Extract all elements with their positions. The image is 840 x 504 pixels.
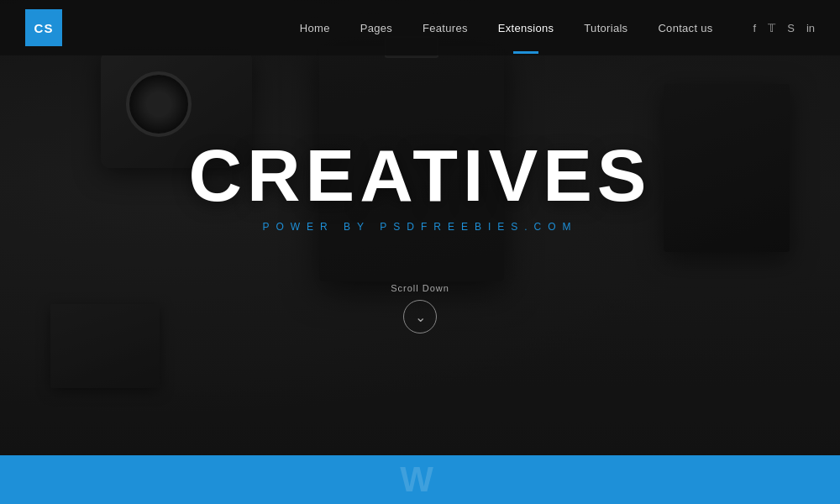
nav-item-contact[interactable]: Contact us [643, 20, 727, 35]
nav-link-home[interactable]: Home [300, 22, 330, 34]
nav-item-pages[interactable]: Pages [345, 20, 407, 35]
nav-link-contact[interactable]: Contact us [658, 22, 712, 34]
facebook-icon[interactable]: f [753, 22, 757, 34]
nav-item-tutorials[interactable]: Tutorials [569, 20, 643, 35]
logo[interactable]: CS [25, 9, 62, 46]
scroll-down-text: Scroll Down [391, 283, 449, 293]
nav-item-features[interactable]: Features [407, 20, 483, 35]
nav-link-features[interactable]: Features [423, 22, 468, 34]
bottom-bar: W [0, 455, 840, 504]
nav-link-pages[interactable]: Pages [360, 22, 392, 34]
nav-link-extensions[interactable]: Extensions [498, 22, 554, 34]
chevron-down-icon: ⌄ [415, 309, 426, 325]
hero-subtitle: POWER BY PSDFREEBIES.COM [262, 221, 577, 233]
skype-icon[interactable]: S [787, 22, 795, 34]
nav-links: Home Pages Features Extensions Tutorials… [285, 20, 728, 35]
social-links: f 𝕋 S in [745, 22, 815, 34]
hero-title: CREATIVES [188, 139, 651, 213]
hero-content: CREATIVES POWER BY PSDFREEBIES.COM Scrol… [0, 0, 840, 455]
nav-item-home[interactable]: Home [285, 20, 345, 35]
nav-item-extensions[interactable]: Extensions [483, 20, 570, 35]
navbar: CS Home Pages Features Extensions Tutori… [0, 0, 840, 55]
linkedin-icon[interactable]: in [806, 22, 815, 34]
scroll-down-section: Scroll Down ⌄ [391, 283, 449, 333]
scroll-down-button[interactable]: ⌄ [403, 300, 437, 333]
hero-section: CS Home Pages Features Extensions Tutori… [0, 0, 840, 455]
twitter-icon[interactable]: 𝕋 [768, 22, 775, 34]
nav-link-tutorials[interactable]: Tutorials [584, 22, 627, 34]
page-wrapper: CS Home Pages Features Extensions Tutori… [0, 0, 840, 504]
bottom-bar-text: W [400, 462, 440, 497]
